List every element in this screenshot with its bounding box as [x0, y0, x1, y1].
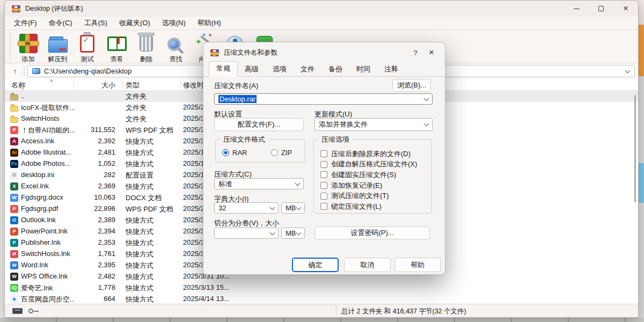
file-type: 配置设置: [126, 171, 153, 180]
checkbox-option[interactable]: 添加恢复记录(E): [320, 180, 427, 191]
tab-options[interactable]: 选项: [266, 63, 294, 76]
file-type: 快捷方式: [126, 272, 153, 282]
file-date: 2025/2: [183, 204, 204, 213]
chevron-down-icon[interactable]: [424, 121, 429, 127]
column-header-name[interactable]: 名称: [11, 80, 25, 90]
toolbar-button-extract-to[interactable]: 解压到: [43, 31, 72, 64]
tab-time[interactable]: 时间: [349, 63, 377, 76]
toolbar-button-find[interactable]: 查找: [161, 31, 191, 64]
up-button[interactable]: ↑: [8, 65, 22, 77]
menu-commands[interactable]: 命令(C): [43, 17, 78, 29]
file-size: 1,761: [68, 250, 115, 258]
chevron-down-icon[interactable]: [625, 68, 631, 74]
file-name: PowerPoint.lnk: [21, 227, 75, 235]
checkbox-option[interactable]: 测试压缩的文件(T): [320, 191, 427, 201]
profiles-button[interactable]: 配置文件(F)...: [214, 118, 304, 131]
archive-dialog: 压缩文件名和参数 ? × 常规高级选项文件备份时间注释 压缩文件名(A) 浏览(…: [203, 42, 445, 275]
dictionary-unit-combobox[interactable]: MB: [281, 202, 305, 214]
key-icon[interactable]: [28, 309, 33, 313]
toolbar-label: 解压到: [48, 55, 68, 64]
sort-ascending-icon: ∧: [50, 78, 53, 83]
tab-files[interactable]: 文件: [294, 63, 321, 76]
background-window-right: [638, 163, 644, 203]
file-type: 快捷方式: [126, 182, 153, 192]
cancel-button[interactable]: 取消: [344, 258, 391, 272]
column-header-size[interactable]: 大小: [75, 80, 115, 90]
background-taskbar-strip: [0, 318, 644, 322]
chevron-down-icon[interactable]: [270, 204, 275, 210]
help-button[interactable]: 帮助: [394, 258, 441, 272]
set-password-button[interactable]: 设置密码(P)...: [314, 226, 430, 239]
checkbox-option[interactable]: 创建自解压格式压缩文件(X): [320, 159, 427, 170]
radio-format-rar[interactable]: RAR: [222, 149, 247, 157]
add-archive-icon: [17, 32, 40, 55]
dialog-help-button[interactable]: ?: [407, 46, 423, 60]
split-unit-combobox[interactable]: MB: [281, 228, 305, 239]
dictionary-size-combobox[interactable]: 32: [214, 202, 279, 214]
word-icon: W: [10, 261, 18, 269]
chevron-down-icon[interactable]: [295, 180, 301, 186]
status-separator: [336, 306, 336, 315]
file-size: 311,552: [68, 126, 115, 134]
toolbar-button-view[interactable]: 查看: [102, 31, 131, 64]
checkbox-option[interactable]: 创建固实压缩文件(S): [320, 170, 427, 180]
menu-options[interactable]: 选项(N): [156, 17, 192, 29]
maximize-button[interactable]: [589, 1, 613, 17]
file-name: Publisher.lnk: [21, 238, 75, 246]
file-type: 快捷方式: [126, 148, 153, 158]
dictionary-size-value: 32: [218, 204, 226, 212]
checkbox-option[interactable]: 锁定压缩文件(L): [320, 201, 427, 212]
word-doc-icon: W: [10, 194, 18, 202]
tab-advanced[interactable]: 高级: [238, 63, 266, 76]
wps-office-icon: W: [10, 273, 18, 281]
file-row[interactable]: iQ爱奇艺.lnk1,778快捷方式2025/3/13 15...: [5, 282, 638, 294]
disk-icon[interactable]: [12, 308, 23, 314]
tab-general[interactable]: 常规: [209, 61, 238, 77]
file-name: Outlook.lnk: [21, 216, 75, 224]
chevron-down-icon[interactable]: [296, 204, 302, 210]
method-combobox[interactable]: 标准: [214, 178, 304, 189]
file-size: 2,481: [68, 148, 115, 156]
checkbox-option[interactable]: 压缩后删除原来的文件(D): [320, 149, 427, 159]
archive-name-combobox[interactable]: Desktop.rar: [214, 93, 433, 105]
chevron-down-icon[interactable]: [296, 230, 302, 235]
dictionary-unit-value: MB: [286, 204, 296, 212]
radio-format-zip[interactable]: ZIP: [271, 149, 292, 157]
column-separator[interactable]: [122, 80, 122, 89]
close-button[interactable]: ×: [613, 1, 638, 17]
chevron-down-icon[interactable]: [270, 230, 275, 235]
ok-button[interactable]: 确定: [292, 258, 339, 272]
file-name: Access.lnk: [21, 137, 75, 145]
vertical-scrollbar[interactable]: [634, 95, 636, 202]
toolbar-button-delete[interactable]: 删除: [131, 31, 161, 64]
file-date: 2025/3: [183, 250, 204, 258]
minimize-button[interactable]: [564, 1, 589, 17]
chevron-down-icon[interactable]: [424, 96, 429, 101]
toolbar-button-add-archive[interactable]: 添加: [13, 31, 43, 64]
menu-file[interactable]: 文件(F): [8, 17, 43, 29]
split-volumes-combobox[interactable]: [214, 228, 279, 239]
toolbar-button-test[interactable]: ✓测试: [72, 31, 102, 64]
column-header-type[interactable]: 类型: [126, 80, 140, 90]
menu-tools[interactable]: 工具(S): [78, 17, 113, 29]
winrar-dialog-icon: [210, 49, 219, 56]
menu-help[interactable]: 帮助(H): [192, 17, 227, 29]
file-size: 22,896: [68, 204, 115, 213]
checkbox-icon: [320, 161, 327, 168]
menu-favorites[interactable]: 收藏夹(O): [113, 17, 156, 29]
dialog-title: 压缩文件名和参数: [224, 48, 407, 57]
tab-comment[interactable]: 注释: [377, 63, 405, 76]
dialog-close-button[interactable]: ×: [423, 46, 440, 60]
update-mode-combobox[interactable]: 添加并替换文件: [314, 118, 433, 131]
status-total: 总计 2 文件夹 和 416,437 字节(32 个文件): [341, 307, 466, 316]
column-separator[interactable]: [181, 80, 181, 89]
file-size: 2,353: [68, 238, 115, 246]
file-type: WPS PDF 文档: [126, 126, 173, 135]
column-separator[interactable]: [74, 80, 74, 89]
file-row[interactable]: ◈百度网盘同步空...664快捷方式2025/4/14 13...: [5, 294, 638, 304]
file-size: 1,052: [68, 159, 115, 167]
radio-icon: [222, 149, 229, 156]
dialog-tabs: 常规高级选项文件备份时间注释: [203, 63, 445, 77]
browse-button[interactable]: 浏览(B)...: [392, 79, 431, 92]
tab-backup[interactable]: 备份: [321, 63, 349, 76]
